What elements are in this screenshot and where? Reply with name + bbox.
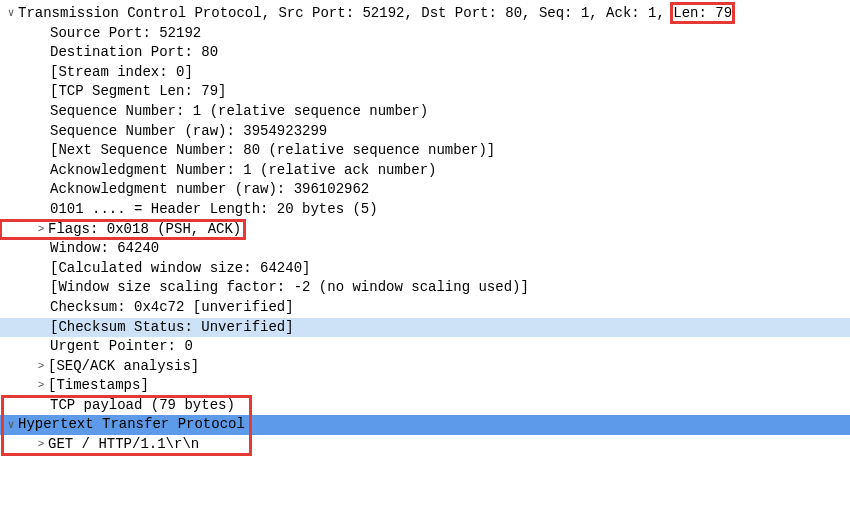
tcp-summary-row[interactable]: ∨ Transmission Control Protocol, Src Por… xyxy=(0,4,850,24)
tcp-ack-raw[interactable]: Acknowledgment number (raw): 396102962 xyxy=(0,180,850,200)
tcp-window[interactable]: Window: 64240 xyxy=(0,239,850,259)
seq-ack-text: [SEQ/ACK analysis] xyxy=(48,357,199,377)
tcp-seq-ack-analysis[interactable]: > [SEQ/ACK analysis] xyxy=(0,357,850,377)
timestamps-text: [Timestamps] xyxy=(48,376,149,396)
tcp-calc-window[interactable]: [Calculated window size: 64240] xyxy=(0,259,850,279)
tcp-payload[interactable]: TCP payload (79 bytes) xyxy=(0,396,850,416)
next-seq-text: [Next Sequence Number: 80 (relative sequ… xyxy=(50,141,495,161)
tcp-scale-factor[interactable]: [Window size scaling factor: -2 (no wind… xyxy=(0,278,850,298)
chevron-right-icon[interactable]: > xyxy=(34,437,48,452)
tcp-checksum-status[interactable]: [Checksum Status: Unverified] xyxy=(0,318,850,338)
urgent-ptr-text: Urgent Pointer: 0 xyxy=(50,337,193,357)
hdr-len-text: 0101 .... = Header Length: 20 bytes (5) xyxy=(50,200,378,220)
packet-details-tree[interactable]: ∨ Transmission Control Protocol, Src Por… xyxy=(0,0,850,459)
dest-port-text: Destination Port: 80 xyxy=(50,43,218,63)
stream-index-text: [Stream index: 0] xyxy=(50,63,193,83)
tcp-flags-row[interactable]: > Flags: 0x018 (PSH, ACK) xyxy=(0,220,850,240)
http-header-text: Hypertext Transfer Protocol xyxy=(18,415,245,435)
calc-window-text: [Calculated window size: 64240] xyxy=(50,259,310,279)
tcp-seq-raw[interactable]: Sequence Number (raw): 3954923299 xyxy=(0,122,850,142)
tcp-timestamps[interactable]: > [Timestamps] xyxy=(0,376,850,396)
chevron-right-icon[interactable]: > xyxy=(34,359,48,374)
chevron-down-icon[interactable]: ∨ xyxy=(4,418,18,433)
tcp-dest-port[interactable]: Destination Port: 80 xyxy=(0,43,850,63)
tcp-next-seq[interactable]: [Next Sequence Number: 80 (relative sequ… xyxy=(0,141,850,161)
tcp-hdr-len[interactable]: 0101 .... = Header Length: 20 bytes (5) xyxy=(0,200,850,220)
chevron-down-icon[interactable]: ∨ xyxy=(4,6,18,21)
scale-factor-text: [Window size scaling factor: -2 (no wind… xyxy=(50,278,529,298)
tcp-urgent-ptr[interactable]: Urgent Pointer: 0 xyxy=(0,337,850,357)
seq-rel-text: Sequence Number: 1 (relative sequence nu… xyxy=(50,102,428,122)
chevron-right-icon[interactable]: > xyxy=(34,222,48,237)
tcp-ack-rel[interactable]: Acknowledgment Number: 1 (relative ack n… xyxy=(0,161,850,181)
source-port-text: Source Port: 52192 xyxy=(50,24,201,44)
http-request-line[interactable]: > GET / HTTP/1.1\r\n xyxy=(0,435,850,455)
http-request-text: GET / HTTP/1.1\r\n xyxy=(48,435,199,455)
tcp-checksum[interactable]: Checksum: 0x4c72 [unverified] xyxy=(0,298,850,318)
tcp-source-port[interactable]: Source Port: 52192 xyxy=(0,24,850,44)
flags-text: Flags: 0x018 (PSH, ACK) xyxy=(48,220,241,240)
seq-raw-text: Sequence Number (raw): 3954923299 xyxy=(50,122,327,142)
checksum-text: Checksum: 0x4c72 [unverified] xyxy=(50,298,294,318)
ack-rel-text: Acknowledgment Number: 1 (relative ack n… xyxy=(50,161,436,181)
payload-text: TCP payload (79 bytes) xyxy=(50,396,235,416)
checksum-status-text: [Checksum Status: Unverified] xyxy=(50,318,294,338)
ack-raw-text: Acknowledgment number (raw): 396102962 xyxy=(50,180,369,200)
tcp-stream-index[interactable]: [Stream index: 0] xyxy=(0,63,850,83)
window-text: Window: 64240 xyxy=(50,239,159,259)
chevron-right-icon[interactable]: > xyxy=(34,378,48,393)
http-row[interactable]: ∨ Hypertext Transfer Protocol xyxy=(0,415,850,435)
segment-len-text: [TCP Segment Len: 79] xyxy=(50,82,226,102)
tcp-segment-len[interactable]: [TCP Segment Len: 79] xyxy=(0,82,850,102)
tcp-seq-rel[interactable]: Sequence Number: 1 (relative sequence nu… xyxy=(0,102,850,122)
tcp-summary-text: Transmission Control Protocol, Src Port:… xyxy=(18,4,732,24)
